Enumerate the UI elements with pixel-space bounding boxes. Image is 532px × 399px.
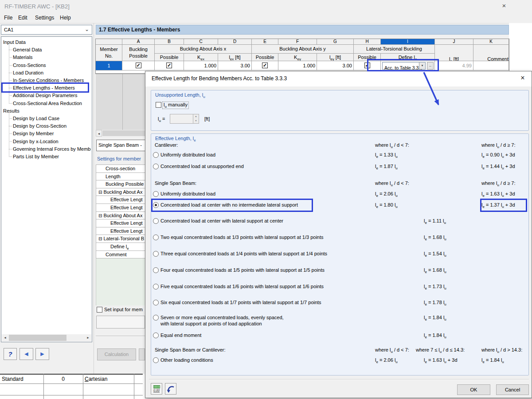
apply-arrow-button[interactable]: [165, 383, 176, 395]
possible-ltb-cell[interactable]: ✓: [354, 61, 381, 70]
col-header-C[interactable]: C: [184, 39, 218, 45]
setting-effective-length[interactable]: Effective Lengt: [96, 204, 146, 212]
scrollbar-thumb[interactable]: [9, 335, 66, 341]
checkbox-checked-icon[interactable]: ✓: [166, 63, 172, 68]
spin-down-icon[interactable]: ▼: [193, 119, 199, 123]
close-icon[interactable]: ×: [499, 2, 509, 11]
nav-item-governing-internal-forces[interactable]: Governing Internal Forces by Membe: [9, 145, 91, 153]
radio-button[interactable]: [153, 267, 159, 273]
setting-length[interactable]: Length: [96, 173, 146, 181]
comment-cell[interactable]: [473, 61, 509, 70]
checkbox-checked-icon[interactable]: ✓: [136, 63, 141, 68]
setting-effective-length[interactable]: Effective Lengt: [96, 227, 146, 235]
col-header-D[interactable]: D: [218, 39, 252, 45]
setting-lateral-torsional[interactable]: ⊟Lateral-Torsional B: [96, 235, 146, 243]
ok-button[interactable]: OK: [457, 384, 490, 395]
col-header-A[interactable]: A: [122, 39, 155, 45]
setting-cross-section[interactable]: Cross-section: [96, 165, 146, 173]
member-no-cell[interactable]: 1: [96, 61, 122, 70]
radio-button[interactable]: [153, 191, 159, 197]
col-header-K[interactable]: K: [473, 39, 509, 45]
nav-item-design-by-load-case[interactable]: Design by Load Case: [9, 115, 91, 122]
nav-section-results[interactable]: Results: [3, 107, 91, 115]
radio-button[interactable]: [153, 284, 159, 289]
define-le-cell[interactable]: Acc. to Table 3.3.3 ▼ ..: [381, 61, 435, 70]
collapse-icon[interactable]: ⊟: [98, 190, 102, 195]
table-horizontal-scrollbar[interactable]: ◄: [96, 130, 146, 137]
possible-x-cell[interactable]: ✓: [155, 61, 184, 70]
scroll-right-icon[interactable]: ►: [85, 334, 91, 341]
nav-item-design-by-cross-section[interactable]: Design by Cross-Section: [9, 122, 91, 130]
menu-settings[interactable]: Settings: [33, 14, 56, 22]
radio-button[interactable]: [153, 218, 159, 224]
kex-cell[interactable]: 1.000: [184, 61, 218, 70]
nav-item-materials[interactable]: Materials: [9, 54, 91, 61]
dropdown-arrow-icon[interactable]: ▼: [419, 63, 425, 69]
radio-button[interactable]: [153, 315, 159, 321]
checkbox-checked-icon[interactable]: ✓: [364, 63, 370, 68]
col-header-I-selected[interactable]: I: [381, 39, 435, 45]
lu-spinner-input[interactable]: ▲ ▼: [170, 114, 199, 124]
col-header-G[interactable]: G: [317, 39, 354, 45]
spinner-buttons[interactable]: ▲ ▼: [193, 114, 199, 123]
nav-item-general-data[interactable]: General Data: [9, 46, 91, 54]
possible-y-cell[interactable]: ✓: [252, 61, 278, 70]
previous-table-button[interactable]: ◄: [20, 348, 33, 360]
menu-file[interactable]: File: [2, 14, 15, 22]
setting-effective-length[interactable]: Effective Lengt: [96, 196, 146, 204]
collapse-icon[interactable]: ⊟: [98, 236, 102, 241]
lex-cell[interactable]: 3.00: [218, 61, 252, 70]
lu-manually-label[interactable]: lu manually: [163, 102, 188, 109]
nav-item-load-duration[interactable]: Load Duration: [9, 69, 91, 77]
menu-edit[interactable]: Edit: [16, 14, 30, 22]
col-header-H[interactable]: H: [354, 39, 381, 45]
nav-horizontal-scrollbar[interactable]: ◄ ►: [2, 334, 91, 341]
radio-button[interactable]: [153, 357, 159, 363]
chevron-down-icon[interactable]: ⌄: [85, 26, 89, 32]
radio-button[interactable]: [153, 152, 159, 158]
nav-section-input-data[interactable]: Input Data: [3, 39, 91, 46]
radio-button[interactable]: [153, 251, 159, 257]
help-button[interactable]: ?: [4, 348, 17, 360]
radio-button[interactable]: [153, 235, 159, 240]
panel-splitter[interactable]: [94, 23, 94, 374]
setting-buckling-about-x[interactable]: ⊟Buckling About Ax: [96, 188, 146, 196]
nav-item-parts-list[interactable]: Parts List by Member: [9, 153, 91, 160]
case-selector[interactable]: CA1 ⌄: [1, 25, 92, 35]
menu-help[interactable]: Help: [58, 14, 73, 22]
scroll-left-icon[interactable]: ◄: [2, 334, 8, 341]
radio-button-selected[interactable]: [153, 202, 159, 208]
scrollbar-thumb[interactable]: [102, 130, 146, 136]
setting-buckling-about-y[interactable]: ⊟Buckling About Ax: [96, 212, 146, 220]
next-table-button[interactable]: ►: [35, 348, 49, 360]
beam-type-combo[interactable]: Single Span Beam -: [96, 140, 146, 151]
checkbox-checked-icon[interactable]: ✓: [262, 63, 268, 68]
units-button[interactable]: 0.00: [151, 383, 162, 395]
col-header-F[interactable]: F: [278, 39, 317, 45]
set-input-field[interactable]: [96, 316, 145, 329]
spin-up-icon[interactable]: ▲: [193, 114, 199, 119]
dialog-close-icon[interactable]: ×: [517, 74, 528, 84]
collapse-icon[interactable]: ⊟: [98, 213, 102, 218]
key-cell[interactable]: 1.000: [278, 61, 317, 70]
define-le-dropdown[interactable]: Acc. to Table 3.3.3 ▼: [382, 62, 426, 70]
nav-item-additional-design-parameters[interactable]: Additional Design Parameters: [9, 92, 91, 99]
nav-item-design-by-member[interactable]: Design by Member: [9, 130, 91, 137]
radio-button[interactable]: [153, 332, 159, 338]
setting-define-le[interactable]: Define le: [96, 243, 146, 251]
nav-item-effective-lengths[interactable]: Effective Lengths - Members: [9, 84, 91, 92]
nav-item-in-service-conditions[interactable]: In-Service Conditions - Members: [9, 77, 91, 84]
scroll-left-icon[interactable]: ◄: [96, 130, 102, 137]
nav-item-cross-sectional-area-reduction[interactable]: Cross-Sectional Area Reduction: [9, 100, 91, 107]
radio-button[interactable]: [153, 164, 159, 169]
nav-item-design-by-x-location[interactable]: Design by x-Location: [9, 138, 91, 145]
cancel-button[interactable]: Cancel: [496, 384, 529, 395]
ley-cell[interactable]: 3.00: [317, 61, 354, 70]
col-header-B[interactable]: B: [155, 39, 184, 45]
setting-comment[interactable]: Comment: [96, 251, 146, 259]
define-le-browse-button[interactable]: ..: [427, 62, 434, 70]
buckling-possible-cell[interactable]: ✓: [122, 61, 155, 70]
setting-effective-length[interactable]: Effective Lengt: [96, 219, 146, 227]
col-header-E[interactable]: E: [252, 39, 278, 45]
nav-item-cross-sections[interactable]: Cross-Sections: [9, 62, 91, 69]
